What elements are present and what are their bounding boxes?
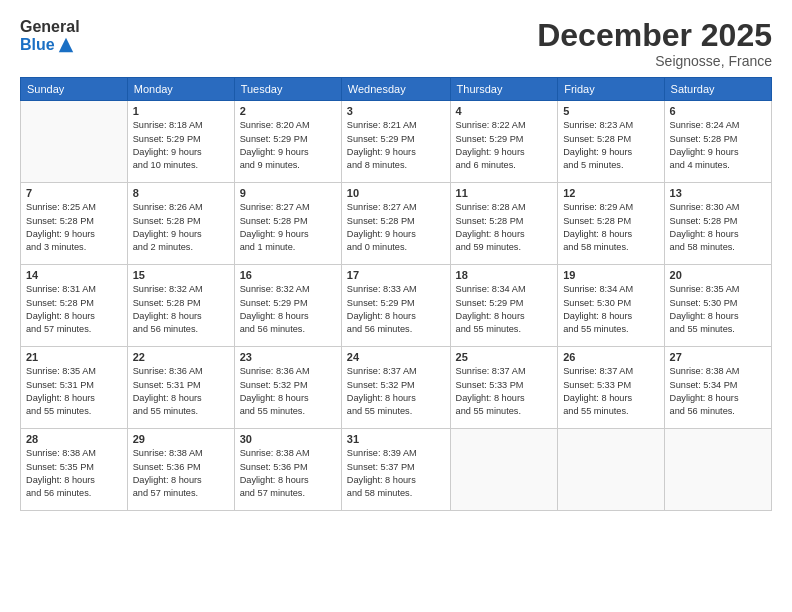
day-number: 14: [26, 269, 122, 281]
table-cell: 24Sunrise: 8:37 AM Sunset: 5:32 PM Dayli…: [341, 347, 450, 429]
day-number: 24: [347, 351, 445, 363]
day-number: 5: [563, 105, 658, 117]
col-saturday: Saturday: [664, 78, 771, 101]
table-cell: [450, 429, 558, 511]
day-number: 2: [240, 105, 336, 117]
table-cell: [21, 101, 128, 183]
table-cell: 18Sunrise: 8:34 AM Sunset: 5:29 PM Dayli…: [450, 265, 558, 347]
day-number: 1: [133, 105, 229, 117]
week-row-1: 1Sunrise: 8:18 AM Sunset: 5:29 PM Daylig…: [21, 101, 772, 183]
table-cell: 30Sunrise: 8:38 AM Sunset: 5:36 PM Dayli…: [234, 429, 341, 511]
svg-marker-0: [58, 37, 72, 51]
table-cell: 22Sunrise: 8:36 AM Sunset: 5:31 PM Dayli…: [127, 347, 234, 429]
day-info: Sunrise: 8:37 AM Sunset: 5:33 PM Dayligh…: [456, 365, 553, 418]
col-wednesday: Wednesday: [341, 78, 450, 101]
col-sunday: Sunday: [21, 78, 128, 101]
day-info: Sunrise: 8:36 AM Sunset: 5:31 PM Dayligh…: [133, 365, 229, 418]
table-cell: 6Sunrise: 8:24 AM Sunset: 5:28 PM Daylig…: [664, 101, 771, 183]
table-cell: 19Sunrise: 8:34 AM Sunset: 5:30 PM Dayli…: [558, 265, 664, 347]
logo-icon: [57, 36, 75, 54]
table-cell: 5Sunrise: 8:23 AM Sunset: 5:28 PM Daylig…: [558, 101, 664, 183]
table-cell: 25Sunrise: 8:37 AM Sunset: 5:33 PM Dayli…: [450, 347, 558, 429]
day-number: 21: [26, 351, 122, 363]
table-cell: 20Sunrise: 8:35 AM Sunset: 5:30 PM Dayli…: [664, 265, 771, 347]
day-info: Sunrise: 8:20 AM Sunset: 5:29 PM Dayligh…: [240, 119, 336, 172]
day-number: 26: [563, 351, 658, 363]
logo: General Blue: [20, 18, 80, 54]
table-cell: 10Sunrise: 8:27 AM Sunset: 5:28 PM Dayli…: [341, 183, 450, 265]
week-row-5: 28Sunrise: 8:38 AM Sunset: 5:35 PM Dayli…: [21, 429, 772, 511]
day-info: Sunrise: 8:33 AM Sunset: 5:29 PM Dayligh…: [347, 283, 445, 336]
day-info: Sunrise: 8:27 AM Sunset: 5:28 PM Dayligh…: [240, 201, 336, 254]
logo-blue-text: Blue: [20, 36, 55, 54]
day-info: Sunrise: 8:39 AM Sunset: 5:37 PM Dayligh…: [347, 447, 445, 500]
day-info: Sunrise: 8:37 AM Sunset: 5:32 PM Dayligh…: [347, 365, 445, 418]
day-info: Sunrise: 8:25 AM Sunset: 5:28 PM Dayligh…: [26, 201, 122, 254]
day-number: 20: [670, 269, 766, 281]
day-number: 27: [670, 351, 766, 363]
table-cell: 13Sunrise: 8:30 AM Sunset: 5:28 PM Dayli…: [664, 183, 771, 265]
day-info: Sunrise: 8:24 AM Sunset: 5:28 PM Dayligh…: [670, 119, 766, 172]
day-info: Sunrise: 8:34 AM Sunset: 5:30 PM Dayligh…: [563, 283, 658, 336]
col-friday: Friday: [558, 78, 664, 101]
day-info: Sunrise: 8:22 AM Sunset: 5:29 PM Dayligh…: [456, 119, 553, 172]
day-number: 18: [456, 269, 553, 281]
day-number: 8: [133, 187, 229, 199]
col-thursday: Thursday: [450, 78, 558, 101]
day-number: 4: [456, 105, 553, 117]
table-cell: 4Sunrise: 8:22 AM Sunset: 5:29 PM Daylig…: [450, 101, 558, 183]
week-row-4: 21Sunrise: 8:35 AM Sunset: 5:31 PM Dayli…: [21, 347, 772, 429]
day-number: 30: [240, 433, 336, 445]
day-number: 17: [347, 269, 445, 281]
week-row-2: 7Sunrise: 8:25 AM Sunset: 5:28 PM Daylig…: [21, 183, 772, 265]
day-info: Sunrise: 8:18 AM Sunset: 5:29 PM Dayligh…: [133, 119, 229, 172]
table-cell: 17Sunrise: 8:33 AM Sunset: 5:29 PM Dayli…: [341, 265, 450, 347]
day-info: Sunrise: 8:32 AM Sunset: 5:28 PM Dayligh…: [133, 283, 229, 336]
day-number: 23: [240, 351, 336, 363]
table-cell: 14Sunrise: 8:31 AM Sunset: 5:28 PM Dayli…: [21, 265, 128, 347]
table-cell: 9Sunrise: 8:27 AM Sunset: 5:28 PM Daylig…: [234, 183, 341, 265]
table-cell: 27Sunrise: 8:38 AM Sunset: 5:34 PM Dayli…: [664, 347, 771, 429]
day-number: 19: [563, 269, 658, 281]
day-info: Sunrise: 8:29 AM Sunset: 5:28 PM Dayligh…: [563, 201, 658, 254]
day-info: Sunrise: 8:32 AM Sunset: 5:29 PM Dayligh…: [240, 283, 336, 336]
table-cell: 1Sunrise: 8:18 AM Sunset: 5:29 PM Daylig…: [127, 101, 234, 183]
logo-general-text: General: [20, 18, 80, 36]
day-info: Sunrise: 8:38 AM Sunset: 5:35 PM Dayligh…: [26, 447, 122, 500]
day-number: 3: [347, 105, 445, 117]
day-info: Sunrise: 8:35 AM Sunset: 5:31 PM Dayligh…: [26, 365, 122, 418]
day-info: Sunrise: 8:36 AM Sunset: 5:32 PM Dayligh…: [240, 365, 336, 418]
table-cell: 15Sunrise: 8:32 AM Sunset: 5:28 PM Dayli…: [127, 265, 234, 347]
table-cell: 2Sunrise: 8:20 AM Sunset: 5:29 PM Daylig…: [234, 101, 341, 183]
location-subtitle: Seignosse, France: [537, 53, 772, 69]
table-cell: 7Sunrise: 8:25 AM Sunset: 5:28 PM Daylig…: [21, 183, 128, 265]
day-number: 12: [563, 187, 658, 199]
day-info: Sunrise: 8:28 AM Sunset: 5:28 PM Dayligh…: [456, 201, 553, 254]
month-title: December 2025: [537, 18, 772, 53]
day-info: Sunrise: 8:37 AM Sunset: 5:33 PM Dayligh…: [563, 365, 658, 418]
day-number: 9: [240, 187, 336, 199]
table-cell: 21Sunrise: 8:35 AM Sunset: 5:31 PM Dayli…: [21, 347, 128, 429]
table-cell: [664, 429, 771, 511]
day-info: Sunrise: 8:30 AM Sunset: 5:28 PM Dayligh…: [670, 201, 766, 254]
table-cell: 28Sunrise: 8:38 AM Sunset: 5:35 PM Dayli…: [21, 429, 128, 511]
day-info: Sunrise: 8:21 AM Sunset: 5:29 PM Dayligh…: [347, 119, 445, 172]
day-info: Sunrise: 8:27 AM Sunset: 5:28 PM Dayligh…: [347, 201, 445, 254]
table-cell: 26Sunrise: 8:37 AM Sunset: 5:33 PM Dayli…: [558, 347, 664, 429]
day-info: Sunrise: 8:38 AM Sunset: 5:36 PM Dayligh…: [133, 447, 229, 500]
day-info: Sunrise: 8:38 AM Sunset: 5:36 PM Dayligh…: [240, 447, 336, 500]
day-info: Sunrise: 8:23 AM Sunset: 5:28 PM Dayligh…: [563, 119, 658, 172]
day-number: 16: [240, 269, 336, 281]
table-cell: 12Sunrise: 8:29 AM Sunset: 5:28 PM Dayli…: [558, 183, 664, 265]
page-header: General Blue December 2025 Seignosse, Fr…: [20, 18, 772, 69]
day-number: 7: [26, 187, 122, 199]
day-number: 22: [133, 351, 229, 363]
day-info: Sunrise: 8:34 AM Sunset: 5:29 PM Dayligh…: [456, 283, 553, 336]
table-cell: 31Sunrise: 8:39 AM Sunset: 5:37 PM Dayli…: [341, 429, 450, 511]
day-number: 15: [133, 269, 229, 281]
day-info: Sunrise: 8:26 AM Sunset: 5:28 PM Dayligh…: [133, 201, 229, 254]
col-monday: Monday: [127, 78, 234, 101]
table-cell: 11Sunrise: 8:28 AM Sunset: 5:28 PM Dayli…: [450, 183, 558, 265]
day-number: 10: [347, 187, 445, 199]
calendar-header-row: Sunday Monday Tuesday Wednesday Thursday…: [21, 78, 772, 101]
